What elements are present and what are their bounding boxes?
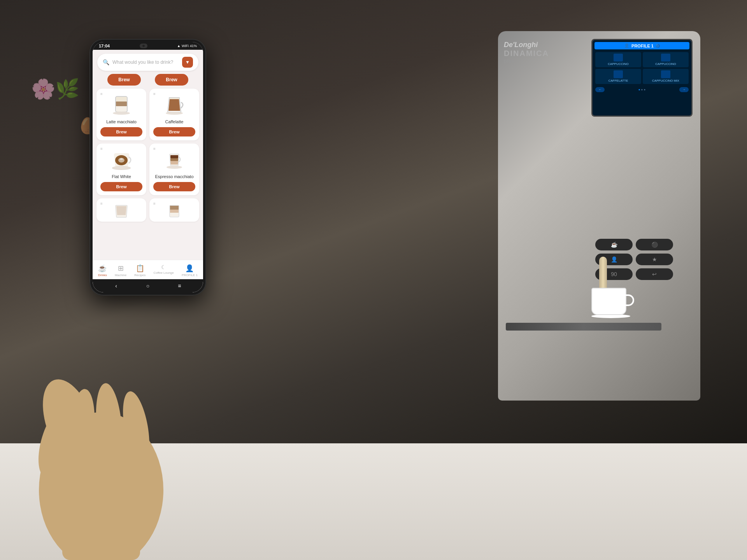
drip-tray [506, 323, 661, 331]
nav-item-coffee-lounge[interactable]: ☾ Coffee Lounge [151, 263, 176, 278]
top-brew-button-2[interactable]: Brew [155, 74, 188, 86]
partial-drink-card-2: ≡ [149, 198, 199, 222]
settings-icon-latte: ≡ [100, 92, 103, 96]
screen-label-3: CAFFELATTE [597, 79, 640, 82]
svg-point-21 [167, 166, 182, 169]
caffelatte-label: Caffelatte [165, 119, 184, 124]
back-button[interactable]: ‹ [112, 282, 121, 290]
drink-card-latte-macchiato: ≡ [96, 89, 146, 140]
svg-point-17 [113, 167, 130, 170]
cup-handle [626, 294, 634, 306]
machine-model-sub: plus [504, 58, 549, 64]
top-brew-row: Brew Brew [96, 74, 199, 86]
recent-button[interactable]: ≡ [175, 282, 184, 290]
filter-button[interactable]: ▼ [182, 57, 193, 68]
nav-item-machine[interactable]: ⊞ Machine [112, 263, 129, 278]
machine-brand: De'Longhi [504, 41, 549, 49]
filter-icon: ▼ [185, 60, 190, 65]
latte-macchiato-cup-svg [112, 94, 131, 116]
drinks-grid: ≡ [96, 89, 199, 195]
bottom-nav: ☕ Drinks ⊞ Machine 📋 Recipes ☾ Coffee Lo… [93, 260, 203, 279]
screen-dots: ● ● ● [638, 87, 646, 92]
nav-item-profile[interactable]: 👤 PROFILE 1 [179, 263, 200, 278]
screen-item-3: CAFFELATTE [595, 69, 641, 84]
svg-rect-23 [170, 206, 179, 210]
phone: 17:04 ▲ WiFi 41% 🔍 What would you like t… [89, 39, 206, 296]
partial-cup-svg-1 [114, 204, 129, 218]
svg-rect-9 [116, 102, 127, 106]
machine-nav-label: Machine [115, 273, 126, 277]
drinks-scroll[interactable]: Brew Brew ≡ [93, 74, 203, 260]
search-icon: 🔍 [103, 59, 109, 65]
home-button[interactable]: ○ [144, 282, 152, 290]
top-brew-button-1[interactable]: Brew [107, 74, 140, 86]
partial-drink-card-1: ≡ [96, 198, 146, 222]
screen-item-1: CAPPUCCINO [595, 52, 641, 67]
screen-dot-3: ● [644, 88, 645, 91]
caffelatte-brew-btn[interactable]: Brew [153, 127, 195, 136]
coffee-lounge-nav-label: Coffee Lounge [153, 271, 174, 275]
machine-screen: 👤 PROFILE 1 🔵 CAPPUCCINO CAPPUCCINO [591, 39, 693, 117]
drink-image-flat-white [111, 149, 132, 171]
svg-point-12 [113, 112, 130, 115]
phone-bottom-bar: ‹ ○ ≡ [93, 279, 203, 292]
search-bar[interactable]: 🔍 What would you like to drink? ▼ [97, 54, 198, 71]
status-time: 17:04 [99, 44, 110, 48]
screen-item-4: CAPPUCCINO MIX [643, 69, 689, 84]
profile-icon: 👤 [624, 43, 630, 48]
screen-nav-right: → [679, 87, 689, 92]
settings-icon-partial-1: ≡ [100, 201, 103, 206]
nav-item-drinks[interactable]: ☕ Drinks [96, 263, 109, 278]
cup-body [591, 288, 626, 315]
drinks-nav-icon: ☕ [98, 264, 107, 273]
latte-macchiato-brew-btn[interactable]: Brew [100, 127, 142, 136]
machine-logo-area: De'Longhi DINAMICA plus [504, 41, 549, 64]
espresso-macchiato-label: Espresso macchiato [155, 174, 193, 179]
settings-icon-flat-white: ≡ [100, 147, 103, 151]
machine-btn-2[interactable]: ⚫ [636, 239, 673, 250]
drink-card-caffelatte: ≡ [149, 89, 199, 140]
settings-icon-caffelatte: ≡ [153, 92, 156, 96]
drink-image-caffelatte [164, 94, 185, 116]
machine-model: DINAMICA [504, 49, 549, 58]
machine-btn-1[interactable]: ☕ [595, 239, 633, 250]
coffee-cup [591, 288, 630, 323]
wifi-icon: WiFi [182, 44, 189, 48]
machine-btn-6[interactable]: ↩ [636, 268, 673, 280]
machine-body: De'Longhi DINAMICA plus 👤 PROFILE 1 🔵 CA… [498, 31, 700, 401]
machine-btn-4[interactable]: ★ [636, 254, 673, 265]
espresso-macchiato-cup-svg [165, 149, 184, 171]
drinks-nav-label: Drinks [98, 273, 107, 277]
flat-white-brew-btn[interactable]: Brew [100, 182, 142, 191]
flat-white-label: Flat White [112, 174, 131, 179]
signal-icon: ▲ [177, 44, 181, 48]
flat-white-cup-svg [111, 149, 132, 171]
nav-item-recipes[interactable]: 📋 Recipes [132, 263, 148, 278]
partial-drinks-grid: ≡ ≡ [96, 198, 199, 222]
profile-nav-icon: 👤 [185, 264, 194, 273]
drink-card-espresso-macchiato: ≡ [149, 144, 199, 195]
drink-image-espresso [164, 149, 185, 171]
partial-cup-svg-2 [167, 204, 182, 218]
app-content: 🔍 What would you like to drink? ▼ Brew B… [93, 50, 203, 279]
screen-label-2: CAPPUCCINO [644, 62, 687, 66]
settings-icon-espresso: ≡ [153, 147, 156, 151]
screen-nav-left: ← [595, 87, 605, 92]
coffee-lounge-nav-icon: ☾ [161, 264, 166, 270]
latte-macchiato-label: Latte macchiato [106, 119, 137, 124]
settings-icon-partial-2: ≡ [153, 201, 156, 206]
svg-rect-20 [170, 161, 178, 164]
screen-cup-icon-3 [614, 70, 623, 78]
screen-dot-1: ● [638, 88, 640, 91]
phone-screen: 17:04 ▲ WiFi 41% 🔍 What would you like t… [93, 42, 203, 292]
battery-icon: 41% [190, 44, 197, 48]
svg-rect-24 [170, 210, 179, 213]
bg-flowers: 🌸🌿 [31, 78, 79, 100]
search-placeholder: What would you like to drink? [112, 60, 179, 65]
machine-nav-icon: ⊞ [118, 264, 124, 273]
svg-rect-18 [170, 155, 178, 158]
screen-cup-icon-1 [614, 54, 623, 61]
svg-rect-19 [170, 158, 178, 161]
espresso-macchiato-brew-btn[interactable]: Brew [153, 182, 195, 191]
profile-label: PROFILE 1 [631, 44, 654, 48]
